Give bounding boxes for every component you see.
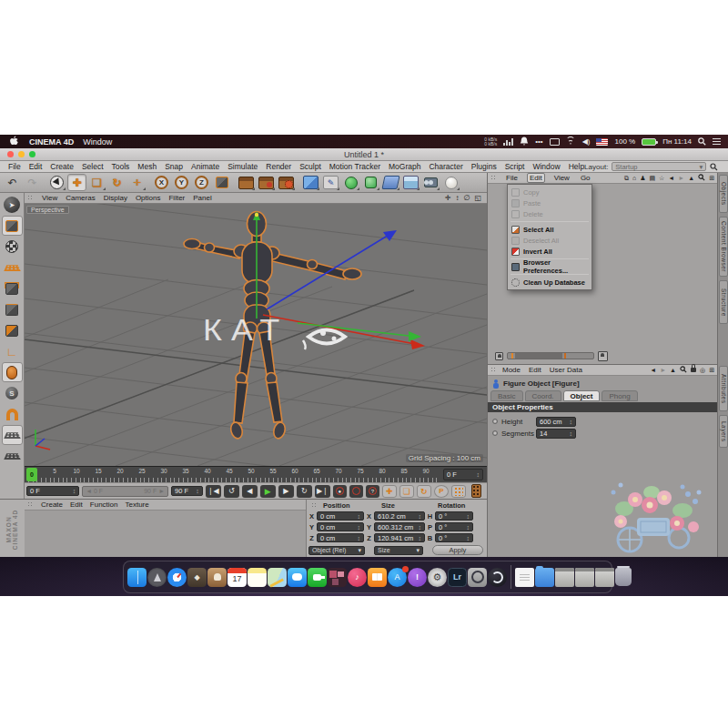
browser-search-icon[interactable] [698,174,705,182]
panel-handle-icon[interactable] [311,502,318,509]
render-view-button[interactable] [237,174,256,191]
points-mode-button[interactable] [2,278,23,298]
forward-icon[interactable]: ► [678,175,684,181]
layout-search-icon[interactable] [710,163,718,171]
quantize-toggle-button[interactable] [2,425,23,445]
record-scale-toggle[interactable]: ❏ [399,485,414,498]
activity-bars-icon[interactable] [503,138,513,146]
pos-x-field[interactable]: 0 cm↕ [317,511,364,521]
play-button[interactable]: ▶ [260,485,276,498]
tab-object[interactable]: Object [563,390,601,401]
menu-create[interactable]: Create [50,162,74,171]
record-keyframe-button[interactable]: ● [333,485,347,498]
panel-handle-icon[interactable] [490,175,497,181]
workplane-mode-button[interactable] [2,258,23,278]
menu-plugins[interactable]: Plugins [471,162,497,171]
target-icon[interactable]: ◎ [700,367,705,374]
add-environment-button[interactable] [401,174,420,191]
back-icon[interactable]: ◄ [668,175,674,181]
dock-minimized-window-3[interactable] [595,568,614,587]
timeline-film-icon[interactable] [471,484,481,498]
dock-finder-icon[interactable] [127,568,147,587]
dock-document-icon[interactable] [515,568,534,587]
tweak-mode-button[interactable] [2,362,23,382]
scale-tool[interactable]: ❏ [87,174,106,191]
rotate-view-icon[interactable]: ∅ [463,194,470,202]
dock-contacts-icon[interactable] [207,568,227,587]
small-thumb-icon[interactable] [495,352,503,360]
add-generator-button[interactable] [341,174,360,191]
pos-y-field[interactable]: 0 cm↕ [317,522,364,531]
menu-edit[interactable]: Edit [29,162,43,171]
viewport-canvas[interactable]: КАТ Perspective Grid Spacing : 100 cm [25,204,487,466]
dock-safari-icon[interactable] [167,568,187,587]
side-tab-layers[interactable]: Layers [719,415,728,448]
menu-motion-tracker[interactable]: Motion Tracker [329,162,380,171]
dock-alert-app-icon[interactable]: ! [408,568,427,587]
browser-menu-file[interactable]: File [504,174,520,182]
menu-tools[interactable]: Tools [112,162,130,171]
vp-menu-options[interactable]: Options [136,194,161,202]
mat-menu-edit[interactable]: Edit [70,500,83,509]
previous-key-button[interactable]: ◀ [242,485,258,498]
size-x-field[interactable]: 610.2 cm↕ [374,511,425,521]
thumbnail-size-slider[interactable] [507,352,594,359]
dock-lightroom-icon[interactable]: Lr [448,568,467,587]
dock-facetime-icon[interactable] [308,568,327,587]
dock-notes-icon[interactable] [248,568,267,587]
menu-select[interactable]: Select [82,162,104,171]
record-pla-toggle[interactable] [451,485,466,498]
preview-range-slider[interactable]: ◄ 0 F90 F ► [82,486,168,497]
menu-sculpt[interactable]: Sculpt [299,162,321,171]
lock-x-axis[interactable]: X [152,174,171,191]
texture-mode-button[interactable] [2,237,23,257]
size-mode-dropdown[interactable]: Size▾ [374,546,423,555]
panel-handle-icon[interactable] [27,501,34,508]
attr-back-icon[interactable]: ◄ [650,367,656,373]
add-panel-icon[interactable]: ⊞ [709,175,714,182]
keyframe-dot-icon[interactable] [492,419,498,424]
display-icon[interactable] [550,138,560,146]
mat-menu-function[interactable]: Function [90,500,118,509]
snap-toggle-button[interactable] [2,404,23,424]
add-camera-button[interactable] [421,174,440,191]
segments-field[interactable]: 14↕ [536,429,576,439]
apple-icon[interactable] [7,136,22,148]
dock-messages-icon[interactable] [288,568,307,587]
lock-icon[interactable] [691,367,696,373]
menu-item-clean-up-database[interactable]: Clean Up Database [508,277,592,288]
layout-dropdown[interactable]: Startup▾ [612,162,706,171]
menu-item-delete[interactable]: Delete [508,208,592,219]
spotlight-icon[interactable] [698,137,706,146]
size-y-field[interactable]: 600.312 cm↕ [374,522,425,531]
dock-trash-icon[interactable] [615,568,632,586]
rotate-tool[interactable]: ↻ [107,174,126,191]
menu-item-deselect-all[interactable]: Deselect All [508,235,592,246]
timeline-ruler[interactable]: 0 5 10 15 20 25 30 35 40 45 50 55 60 65 … [25,466,487,482]
menu-snap[interactable]: Snap [165,162,183,171]
input-language-flag-icon[interactable] [596,138,608,146]
dock-maps-icon[interactable] [268,568,287,587]
pan-view-icon[interactable]: ✛ [445,194,451,202]
dock-itunes-icon[interactable]: ♪ [348,568,367,587]
dock-launchpad-icon[interactable] [147,568,167,587]
dock-mail-icon[interactable] [187,568,207,587]
add-cube-button[interactable] [301,174,320,191]
keyframe-dot-icon[interactable] [492,430,498,436]
redo-button[interactable]: ↷ [23,174,42,191]
camera-label[interactable]: Perspective [26,206,69,214]
go-to-end-button[interactable]: ▶❘ [315,485,330,498]
mat-menu-texture[interactable]: Texture [126,500,149,509]
favorites-star-icon[interactable]: ☆ [659,175,664,182]
more-status-dots[interactable]: ••• [535,137,542,146]
notification-center-icon[interactable] [713,138,721,146]
attr-menu-edit[interactable]: Edit [529,366,541,374]
menubar-item-window[interactable]: Window [83,137,112,147]
vp-menu-panel[interactable]: Panel [193,194,211,202]
coord-mode-dropdown[interactable]: Object (Rel)▾ [308,546,365,555]
menu-window[interactable]: Window [532,162,560,171]
large-thumb-icon[interactable] [598,351,608,361]
workplane-snap-button[interactable] [2,446,23,466]
notification-bell-icon[interactable] [520,136,529,147]
menu-item-paste[interactable]: Paste [508,197,592,208]
